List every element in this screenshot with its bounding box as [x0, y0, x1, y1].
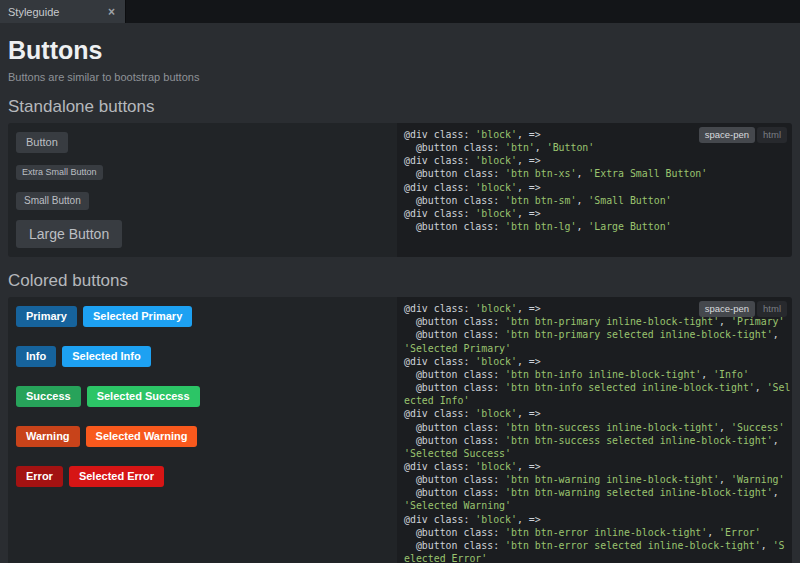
code-line: @div class: 'block', =>	[404, 513, 790, 526]
code-line: @button class: 'btn btn-sm', 'Small Butt…	[404, 194, 790, 207]
button-button[interactable]: Button	[16, 132, 68, 153]
button-large-button[interactable]: Large Button	[16, 220, 122, 249]
button-selected-info[interactable]: Selected Info	[62, 346, 150, 367]
button-block: Extra Small Button	[16, 163, 389, 181]
button-block: ErrorSelected Error	[16, 466, 389, 487]
html-badge[interactable]: html	[757, 301, 787, 317]
space-pen-badge[interactable]: space-pen	[699, 301, 755, 317]
button-block: Button	[16, 132, 389, 153]
section-row-standalone: ButtonExtra Small ButtonSmall ButtonLarg…	[8, 123, 792, 257]
button-primary[interactable]: Primary	[16, 306, 77, 327]
button-selected-error[interactable]: Selected Error	[69, 466, 164, 487]
tab-title: Styleguide	[8, 6, 106, 18]
button-block: Small Button	[16, 191, 389, 210]
code-line: @div class: 'block', =>	[404, 154, 790, 167]
button-selected-primary[interactable]: Selected Primary	[83, 306, 192, 327]
section-header-standalone: Standalone buttons	[8, 97, 792, 117]
tab-bar: Styleguide ×	[0, 0, 800, 23]
code-block: @div class: 'block', => @button class: '…	[404, 128, 790, 233]
code-line: @button class: 'btn btn-success inline-b…	[404, 421, 790, 434]
page-title: Buttons	[8, 36, 792, 64]
code-line: @button class: 'btn btn-warning selected…	[404, 486, 790, 512]
example-rendered-standalone: ButtonExtra Small ButtonSmall ButtonLarg…	[8, 123, 397, 257]
styleguide-content: Buttons Buttons are similar to bootstrap…	[0, 36, 800, 563]
button-block: Large Button	[16, 220, 389, 249]
code-line: @button class: 'btn btn-error selected i…	[404, 539, 790, 563]
section-row-colored: PrimarySelected PrimaryInfoSelected Info…	[8, 297, 792, 563]
button-info[interactable]: Info	[16, 346, 56, 367]
html-badge[interactable]: html	[757, 127, 787, 143]
example-code-standalone: space-penhtml@div class: 'block', => @bu…	[397, 123, 792, 257]
code-view-toggle: space-penhtml	[699, 301, 787, 317]
button-success[interactable]: Success	[16, 386, 81, 407]
code-line: @button class: 'btn btn-info selected in…	[404, 381, 790, 407]
button-extra-small-button[interactable]: Extra Small Button	[16, 165, 103, 180]
button-selected-warning[interactable]: Selected Warning	[86, 426, 198, 447]
button-warning[interactable]: Warning	[16, 426, 80, 447]
button-block: SuccessSelected Success	[16, 386, 389, 407]
button-error[interactable]: Error	[16, 466, 63, 487]
code-line: @button class: 'btn btn-success selected…	[404, 434, 790, 460]
code-line: @button class: 'btn btn-error inline-blo…	[404, 526, 790, 539]
tab-styleguide[interactable]: Styleguide ×	[0, 0, 126, 23]
tab-bar-empty	[126, 0, 800, 23]
page-subtitle: Buttons are similar to bootstrap buttons	[8, 71, 792, 83]
code-line: @div class: 'block', =>	[404, 355, 790, 368]
button-block: WarningSelected Warning	[16, 426, 389, 447]
code-line: @button class: 'btn btn-xs', 'Extra Smal…	[404, 167, 790, 180]
button-block: InfoSelected Info	[16, 346, 389, 367]
space-pen-badge[interactable]: space-pen	[699, 127, 755, 143]
styleguide-sections: Standalone buttonsButtonExtra Small Butt…	[8, 97, 792, 563]
code-block: @div class: 'block', => @button class: '…	[404, 302, 790, 563]
code-line: @div class: 'block', =>	[404, 460, 790, 473]
close-icon[interactable]: ×	[106, 6, 117, 18]
code-line: @div class: 'block', =>	[404, 207, 790, 220]
code-line: @button class: 'btn btn-warning inline-b…	[404, 473, 790, 486]
code-line: @div class: 'block', =>	[404, 407, 790, 420]
code-line: @button class: 'btn btn-primary selected…	[404, 328, 790, 354]
styleguide-window: Styleguide × Buttons Buttons are similar…	[0, 0, 800, 563]
section-header-colored: Colored buttons	[8, 271, 792, 291]
code-line: @div class: 'block', =>	[404, 181, 790, 194]
example-rendered-colored: PrimarySelected PrimaryInfoSelected Info…	[8, 297, 397, 563]
button-selected-success[interactable]: Selected Success	[87, 386, 200, 407]
code-line: @button class: 'btn btn-primary inline-b…	[404, 315, 790, 328]
button-block: PrimarySelected Primary	[16, 306, 389, 327]
code-line: @button class: 'btn', 'Button'	[404, 141, 790, 154]
button-small-button[interactable]: Small Button	[16, 192, 89, 210]
code-line: @button class: 'btn btn-lg', 'Large Butt…	[404, 220, 790, 233]
example-code-colored: space-penhtml@div class: 'block', => @bu…	[397, 297, 792, 563]
code-line: @button class: 'btn btn-info inline-bloc…	[404, 368, 790, 381]
code-view-toggle: space-penhtml	[699, 127, 787, 143]
